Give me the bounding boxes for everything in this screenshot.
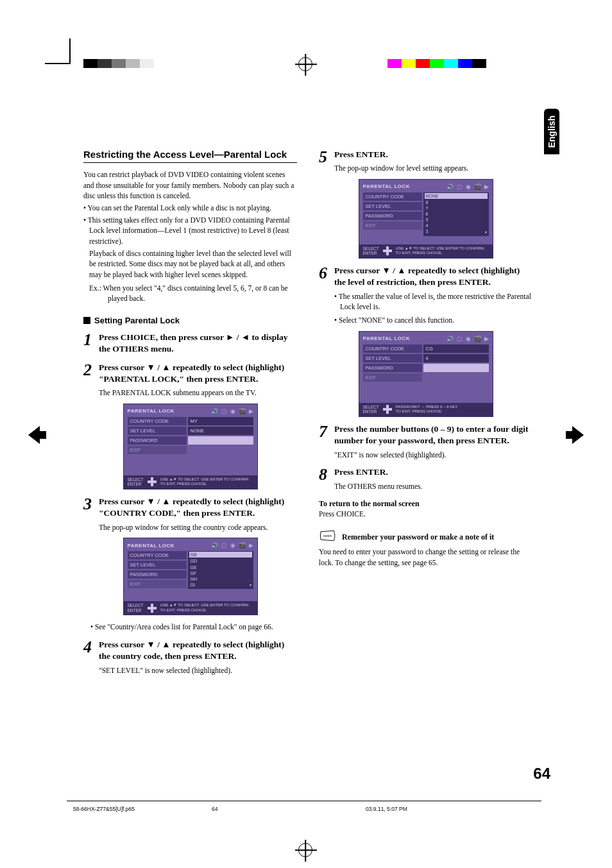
step-number-2: 2	[83, 362, 95, 398]
step-3-title: Press cursor ▼ / ▲ repeatedly to select …	[99, 496, 297, 519]
speaker-icon: 🔊	[211, 542, 218, 549]
osd3-set-level-label: SET LEVEL	[363, 202, 422, 210]
osd2-list-item-selected: GB	[189, 552, 252, 557]
osd2-password-label: PASSWORD	[128, 570, 187, 579]
step-7-title: Press the number buttons (0 – 9) to ente…	[334, 423, 532, 447]
intro-text: You can restrict playback of DVD VIDEO c…	[83, 169, 297, 201]
registration-mark-bottom	[298, 843, 312, 857]
subheading-setting: Setting Parental Lock	[83, 316, 297, 325]
osd1-country-code-value: MY	[188, 417, 253, 425]
osd1-footer: SELECTENTER USE ▲▼ TO SELECT. USE ENTER …	[124, 475, 257, 489]
osd3-password-label: PASSWORD	[363, 212, 422, 220]
osd1-footer-hint: USE ▲▼ TO SELECT. USE ENTER TO CONFIRM. …	[160, 477, 250, 486]
step-2-title: Press cursor ▼ / ▲ repeatedly to select …	[99, 362, 297, 385]
osd1-footer-enter: ENTER	[128, 482, 142, 486]
arrow-down-icon: ▾	[250, 583, 251, 588]
osd3-list-item: 5	[426, 217, 429, 222]
film-icon: 🎬	[474, 183, 481, 190]
dpad-icon	[148, 604, 157, 613]
speaker-icon: 🔊	[211, 408, 218, 414]
arrow-up-icon: ▴	[485, 193, 487, 198]
bullet-1: • You can set the Parental Lock only whi…	[83, 203, 297, 214]
flag-icon: ▶	[484, 336, 489, 342]
osd4-footer-hint: PASSWORD? → PRESS 0 ~ 9 KEY TO EXIT, PRE…	[396, 405, 457, 414]
step-8-title: Press ENTER.	[334, 466, 532, 478]
film-icon: 🎬	[474, 336, 481, 342]
step-number-4: 4	[83, 639, 95, 676]
osd2-list-item: GH	[191, 577, 198, 581]
osd3-footer: SELECTENTER USE ▲▼ TO SELECT. USE ENTER …	[359, 244, 493, 259]
step-4-desc: "SET LEVEL" is now selected (highlighted…	[99, 665, 297, 676]
osd2-set-level-label: SET LEVEL	[128, 561, 187, 569]
osd4-set-level-value: 4	[423, 354, 489, 362]
osd3-list-item: 3	[426, 229, 429, 234]
osd1-set-level-value: NONE	[188, 427, 253, 435]
caret-down-icon: ▾	[250, 438, 251, 442]
square-bullet-icon	[83, 317, 90, 324]
osd1-title: PARENTAL LOCK	[128, 408, 175, 414]
step-2-desc: The PARENTAL LOCK submenu appears on the…	[99, 387, 297, 398]
step-2: 2 Press cursor ▼ / ▲ repeatedly to selec…	[83, 362, 297, 398]
footer-divider	[67, 801, 541, 801]
bullet-2: • This setting takes effect only for a D…	[83, 215, 297, 247]
osd2-exit-label: EXIT	[128, 580, 187, 588]
language-tab: English	[544, 109, 559, 155]
disc-icon: ◉	[466, 336, 471, 342]
osd4-country-code-label: COUNTRY CODE	[363, 345, 422, 353]
flag-icon: ▶	[484, 183, 489, 190]
osd3-footer-enter: ENTER	[363, 251, 377, 255]
osd3-list-item: 4	[426, 223, 429, 228]
monitor-icon: ▢	[221, 408, 227, 414]
disc-icon: ◉	[466, 183, 471, 190]
film-icon: 🎬	[239, 408, 246, 414]
step-6-bullet-1: • The smaller the value of level is, the…	[334, 291, 532, 312]
step-3-desc: The pop-up window for setting the countr…	[99, 522, 297, 533]
flag-icon: ▶	[249, 542, 253, 549]
osd3-list-item: 8	[426, 200, 429, 205]
step-8: 8 Press ENTER. The OTHERS menu resumes.	[319, 466, 532, 491]
speaker-icon: 🔊	[446, 183, 454, 190]
step-6-bullet-2: • Select "NONE" to cancel this function.	[334, 315, 532, 326]
osd-tab-icons: 🔊▢◉🎬▶	[211, 542, 253, 549]
disc-icon: ◉	[230, 542, 235, 549]
step-number-7: 7	[319, 423, 330, 460]
dpad-icon	[383, 405, 392, 414]
step-3-note: • See "Country/Area codes list for Paren…	[83, 622, 297, 633]
osd4-password-value	[423, 364, 489, 372]
osd2-footer-enter: ENTER	[128, 608, 142, 613]
osd2-footer-select: SELECT	[128, 603, 144, 608]
osd3-footer-select: SELECT	[363, 246, 379, 251]
osd3-level-list: ▴ NONE 8 7 6 5 4 3 ▾	[423, 192, 489, 236]
osd3-footer-hint: USE ▲▼ TO SELECT. USE ENTER TO CONFIRM. …	[396, 246, 485, 255]
color-bar-right	[387, 59, 486, 68]
osd3-title: PARENTAL LOCK	[363, 183, 411, 189]
arrow-down-icon: ▾	[485, 230, 487, 235]
osd2-list-item: GI	[191, 583, 195, 587]
step-4: 4 Press cursor ▼ / ▲ repeatedly to selec…	[83, 639, 297, 676]
monitor-icon: ▢	[221, 542, 227, 549]
step-1-title: Press CHOICE, then press cursor ► / ◄ to…	[99, 332, 297, 355]
osd4-footer: SELECTENTER PASSWORD? → PRESS 0 ~ 9 KEY …	[359, 403, 493, 417]
osd1-exit-label: EXIT	[128, 446, 187, 454]
osd1-set-level-label: SET LEVEL	[128, 427, 187, 435]
osd-password-prompt: PARENTAL LOCK 🔊▢◉🎬▶ COUNTRY CODECG SET L…	[359, 331, 493, 418]
dpad-icon	[148, 477, 157, 486]
osd-level-list: PARENTAL LOCK 🔊▢◉🎬▶ COUNTRY CODE SET LEV…	[359, 179, 493, 259]
step-1: 1 Press CHOICE, then press cursor ► / ◄ …	[83, 332, 297, 355]
osd-tab-icons: 🔊▢◉🎬▶	[446, 336, 489, 342]
step-6-title: Press cursor ▼ / ▲ repeatedly to select …	[334, 265, 532, 288]
footer-filename: 58-66HX-Z77&55[U]f.p65	[73, 806, 135, 812]
osd3-country-code-label: COUNTRY CODE	[363, 192, 422, 201]
osd-country-code-list: PARENTAL LOCK 🔊▢◉🎬▶ COUNTRY CODE SET LEV…	[123, 538, 258, 615]
osd-tab-icons: 🔊▢◉🎬▶	[211, 408, 253, 414]
osd3-exit-label: EXIT	[363, 221, 422, 230]
osd3-list-item: 6	[426, 212, 429, 216]
return-body: Press CHOICE.	[319, 509, 532, 520]
color-bar-left	[83, 59, 154, 68]
monitor-icon: ▢	[457, 183, 463, 190]
osd-parental-lock-main: PARENTAL LOCK 🔊▢◉🎬▶ COUNTRY CODEMY SET L…	[123, 404, 258, 490]
bullet-2-cont: Playback of discs containing higher leve…	[83, 248, 297, 280]
step-7: 7 Press the number buttons (0 – 9) to en…	[319, 423, 532, 460]
osd2-list-item: GF	[191, 571, 197, 575]
osd2-country-code-label: COUNTRY CODE	[128, 551, 187, 559]
